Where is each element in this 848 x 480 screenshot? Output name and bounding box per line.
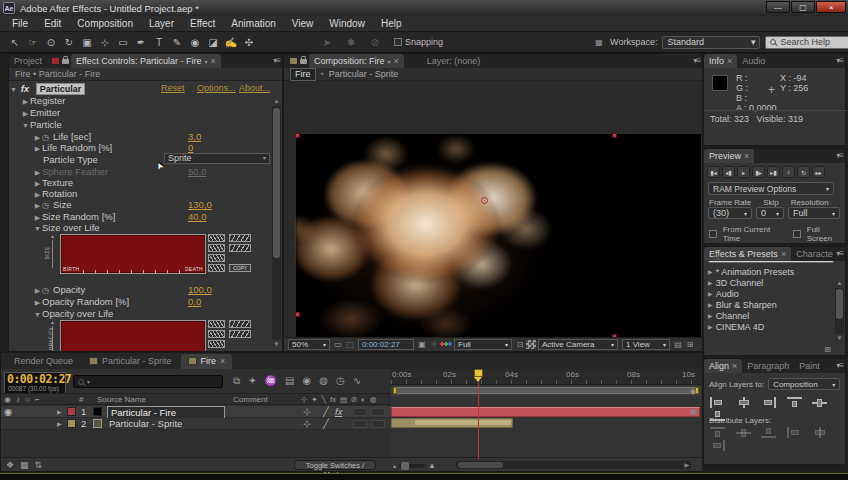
effects-category[interactable]: ▶ 3D Channel xyxy=(704,277,845,288)
life-value[interactable]: 3,0 xyxy=(188,131,201,142)
copy-button[interactable]: COPY xyxy=(229,264,251,272)
opacity-random-value[interactable]: 0,0 xyxy=(188,296,201,307)
lock-icon[interactable]: ⌐ xyxy=(35,395,40,404)
tab-fire[interactable]: Fire× xyxy=(181,354,233,369)
eye-icon[interactable]: ◉ xyxy=(4,406,12,418)
clone-stamp-tool[interactable]: ◉ xyxy=(187,34,203,50)
graph-plot-area[interactable] xyxy=(60,320,206,351)
comp-mini-flowchart-icon[interactable]: ⧉ xyxy=(233,375,240,387)
smooth-preset-button[interactable] xyxy=(229,320,251,328)
menu-item[interactable]: Animation xyxy=(223,16,283,32)
layer-bar-fire[interactable] xyxy=(391,407,700,417)
quality-switch-icon[interactable]: ╱ xyxy=(323,418,329,430)
loop-button[interactable]: ↻ xyxy=(797,166,810,178)
hand-tool[interactable]: ☞ xyxy=(25,34,41,50)
tab-paragraph[interactable]: Paragraph xyxy=(742,359,794,373)
view-layout-dropdown[interactable]: 1 View▾ xyxy=(622,339,670,350)
layer-anchor-point[interactable] xyxy=(481,197,488,204)
row-opacity[interactable]: ▶◷Opacity100,0 xyxy=(33,284,282,295)
audio-icon[interactable]: ♪ xyxy=(16,395,20,404)
effects-category[interactable]: ▶ CINEMA 4D xyxy=(704,321,845,332)
breadcrumb-comp-fire[interactable]: Fire xyxy=(290,68,316,81)
row-size-random[interactable]: ▶Size Random [%]40,0 xyxy=(33,211,282,222)
layer-row-1[interactable]: ◉ ▶ 1 Particular - Fire ⊹ ╱ fx xyxy=(1,406,391,418)
row-opacity-random[interactable]: ▶Opacity Random [%]0,0 xyxy=(33,296,282,307)
layer-row-2[interactable]: ▶ 2 Particular - Sprite ⊹ ╱ xyxy=(1,418,391,430)
resolution-dropdown[interactable]: Full▾ xyxy=(788,207,840,219)
menu-item[interactable]: Help xyxy=(373,16,410,32)
comp-marker-icon[interactable]: ◈ xyxy=(690,387,696,396)
row-opacity-over-life[interactable]: ▼Opacity over Life xyxy=(33,308,282,319)
panel-menu-icon[interactable]: ▾≡ xyxy=(836,56,843,65)
column-source-name[interactable]: Source Name xyxy=(97,395,146,404)
expand-arrow-icon[interactable]: ▶ xyxy=(708,290,713,297)
particle-type-dropdown[interactable]: Sprite▾ xyxy=(164,153,270,164)
play-button[interactable]: ▸ xyxy=(737,166,750,178)
menu-item[interactable]: Composition xyxy=(69,16,141,32)
preset-curve-button[interactable] xyxy=(208,244,225,252)
search-help-input[interactable]: Search Help xyxy=(765,36,848,49)
snapshot-icon[interactable]: ▣ xyxy=(416,340,428,349)
tab-effect-controls[interactable]: Effect Controls: Particular - Fire ▾ × xyxy=(71,54,221,68)
scroll-down-icon[interactable]: ▼ xyxy=(272,340,281,349)
tab-audio[interactable]: Audio xyxy=(737,54,770,68)
tab-preview[interactable]: Preview× xyxy=(704,149,754,163)
effects-category[interactable]: ▶ Channel xyxy=(704,310,845,321)
prev-frame-button[interactable]: ◂▮ xyxy=(722,166,735,178)
mode-box[interactable] xyxy=(353,408,367,416)
brainstorm-icon[interactable]: ◍ xyxy=(319,375,328,387)
effects-category[interactable]: ▶ Audio xyxy=(704,288,845,299)
tab-align[interactable]: Align× xyxy=(704,359,742,373)
layer-handle-top-left[interactable] xyxy=(295,133,300,138)
column-comment[interactable]: Comment xyxy=(233,395,268,404)
effects-category[interactable]: ▶ * Animation Presets xyxy=(704,266,845,277)
resolution-dropdown[interactable]: Full▾ xyxy=(454,339,512,350)
align-to-dropdown[interactable]: Composition▾ xyxy=(768,378,840,390)
panel-menu-icon[interactable]: ▾≡ xyxy=(836,249,843,258)
expand-transfer-controls-icon[interactable]: ▦ xyxy=(20,460,29,470)
menu-item[interactable]: Effect xyxy=(182,16,223,32)
lock-icon[interactable] xyxy=(300,59,307,64)
label-color-chip[interactable] xyxy=(67,407,76,416)
expand-arrow-icon[interactable]: ▶ xyxy=(57,406,62,418)
expand-layer-switches-icon[interactable]: ❖ xyxy=(6,460,14,470)
frame-rate-dropdown[interactable]: (30)▾ xyxy=(708,207,752,219)
preset-curve-button[interactable] xyxy=(208,320,225,328)
quality-switch-icon[interactable]: ╱ xyxy=(323,406,329,418)
timeline-zoom-slider[interactable]: ▴ ▲ xyxy=(393,461,436,470)
audio-button[interactable]: ♪ xyxy=(782,166,795,178)
layer-handle-bottom-left[interactable] xyxy=(295,312,300,317)
scroll-down-icon[interactable]: ▼ xyxy=(835,334,844,343)
type-tool[interactable]: T xyxy=(151,34,167,50)
align-horizontal-center-button[interactable] xyxy=(736,397,751,408)
grid-guides-icon[interactable]: ⬚ xyxy=(344,340,356,349)
from-current-time-checkbox[interactable] xyxy=(709,230,717,238)
tab-paint[interactable]: Paint xyxy=(794,359,825,373)
panel-menu-icon[interactable]: ▾≡ xyxy=(273,56,280,65)
tab-composition[interactable]: Composition: Fire ▾ × xyxy=(309,54,404,68)
pan-behind-tool[interactable]: ⊹ xyxy=(97,34,113,50)
row-register[interactable]: ▶Register xyxy=(21,95,282,106)
preset-curve-button[interactable] xyxy=(208,340,225,348)
menu-item[interactable]: Window xyxy=(321,16,373,32)
row-rotation[interactable]: ▶Rotation xyxy=(33,188,282,199)
effects-switch-icon[interactable]: fx xyxy=(335,406,342,418)
tab-dropdown-icon[interactable]: ▾ xyxy=(388,58,391,65)
smooth-preset-button[interactable] xyxy=(229,234,251,242)
effects-scrollbar[interactable]: ▲ ▼ xyxy=(835,279,844,343)
tab-close-icon[interactable]: × xyxy=(220,356,225,366)
show-channel-icon[interactable] xyxy=(440,340,452,349)
pixel-aspect-icon[interactable]: ▤ xyxy=(672,340,684,349)
tab-dropdown-icon[interactable]: ▾ xyxy=(204,58,207,65)
timeline-horizontal-scrollbar[interactable]: ▶ xyxy=(456,461,691,469)
preset-curve-button[interactable] xyxy=(208,234,225,242)
region-of-interest-icon[interactable]: ⊡ xyxy=(514,340,526,349)
life-random-value[interactable]: 0 xyxy=(188,142,193,153)
composition-viewer[interactable] xyxy=(284,81,702,337)
work-area-bar[interactable] xyxy=(391,386,701,396)
timeline-button-icon[interactable]: ⊞ xyxy=(684,340,696,349)
skip-dropdown[interactable]: 0▾ xyxy=(756,207,784,219)
effect-name-chip[interactable]: Particular xyxy=(36,83,86,95)
row-size[interactable]: ▶◷Size130,0 xyxy=(33,199,282,210)
frame-blending-icon[interactable]: ▤ xyxy=(285,375,294,387)
